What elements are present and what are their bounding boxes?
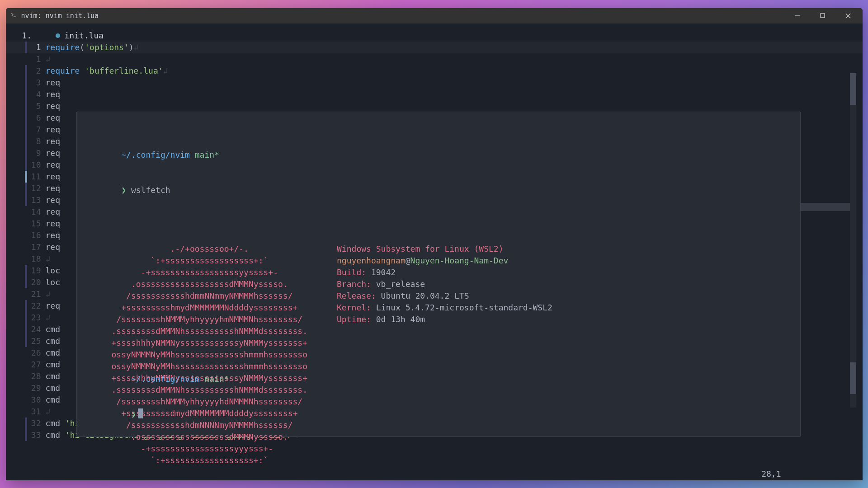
git-sign-change — [25, 147, 27, 159]
git-sign-add — [25, 171, 27, 183]
git-sign-change — [25, 100, 27, 112]
git-sign-change — [25, 277, 27, 288]
code-row[interactable]: 5req — [6, 100, 863, 112]
prompt-line: ~/.config/nvim main* — [82, 137, 795, 149]
close-button[interactable] — [842, 9, 854, 22]
git-sign-change — [25, 312, 27, 324]
git-sign-change — [25, 418, 27, 429]
scrollbar[interactable] — [850, 73, 856, 408]
statusline: 28,1 — [6, 468, 863, 480]
minimap-highlight — [799, 203, 850, 211]
scrollbar-thumb-lower[interactable] — [850, 362, 856, 394]
buffer-index: 1. — [22, 30, 32, 42]
bufferline-tab[interactable]: init.lua — [56, 30, 104, 42]
terminal-cursor — [138, 408, 143, 418]
code-row[interactable]: 3req — [6, 77, 863, 89]
window-controls — [791, 9, 858, 22]
git-sign-change — [25, 112, 27, 124]
git-sign-change — [25, 65, 27, 77]
floating-terminal[interactable]: ~/.config/nvim main* ❯ wslfetch .-/+ooss… — [76, 112, 801, 437]
git-sign-change — [25, 429, 27, 441]
lua-file-icon — [56, 33, 60, 38]
code-row[interactable]: 4req — [6, 89, 863, 100]
code-row[interactable]: 1require('options')↲ — [6, 42, 863, 53]
cursor-position: 28,1 — [761, 468, 781, 480]
git-sign-change — [25, 42, 27, 53]
command-line: ❯ wslfetch — [82, 173, 795, 184]
prompt-line-2[interactable]: ~/.config/nvim main* ❯ — [82, 338, 229, 432]
git-sign-change — [25, 194, 27, 206]
git-sign-change — [25, 77, 27, 89]
wslfetch-command: wslfetch — [131, 185, 170, 195]
git-sign-change — [25, 89, 27, 100]
git-sign-change — [25, 335, 27, 347]
terminal-icon — [10, 12, 17, 19]
window-title: nvim: nvim init.lua — [21, 12, 791, 20]
git-sign-change — [25, 124, 27, 136]
blank-line — [82, 208, 795, 220]
editor-viewport[interactable]: 1. init.lua 1require('options')↲1↲2requi… — [6, 23, 863, 480]
svg-rect-2 — [821, 14, 825, 18]
prompt-branch: main* — [195, 150, 219, 160]
scrollbar-thumb[interactable] — [850, 73, 856, 105]
git-sign-change — [25, 265, 27, 277]
maximize-button[interactable] — [816, 9, 829, 22]
buffer-filename: init.lua — [65, 30, 104, 42]
code-row[interactable]: 1↲ — [6, 53, 863, 65]
code-row[interactable]: 2require 'bufferline.lua'↲ — [6, 65, 863, 77]
prompt-path: ~/.config/nvim — [121, 150, 190, 160]
git-sign-change — [25, 136, 27, 147]
git-sign-change — [25, 324, 27, 335]
git-sign-change — [25, 159, 27, 171]
prompt-symbol: ❯ — [121, 185, 126, 195]
terminal-window: nvim: nvim init.lua 1. init.lua 1require… — [6, 8, 863, 480]
minimize-button[interactable] — [791, 9, 804, 22]
git-sign-change — [25, 183, 27, 194]
git-sign-change — [25, 300, 27, 312]
titlebar[interactable]: nvim: nvim init.lua — [6, 8, 863, 23]
